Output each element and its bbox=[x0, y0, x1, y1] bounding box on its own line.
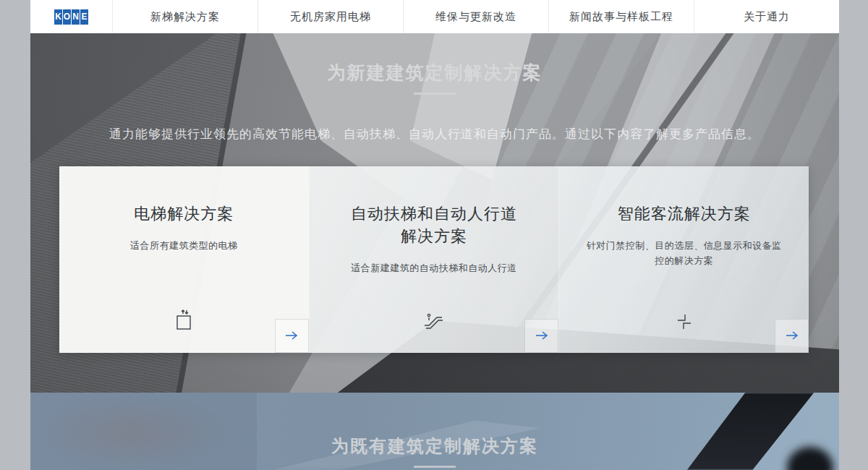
card-escalator-autowalk-solutions[interactable]: 自动扶梯和自动人行道解决方案 适合新建建筑的自动扶梯和自动人行道 bbox=[309, 166, 559, 353]
card-description: 针对门禁控制、目的选层、信息显示和设备监控的解决方案 bbox=[586, 238, 783, 268]
top-nav-bar: K O N E 新梯解决方案 无机房家用电梯 维保与更新改造 新闻故事与样板工程… bbox=[30, 0, 839, 33]
elevator-icon bbox=[173, 308, 195, 334]
nav-item-new-elevator-solutions[interactable]: 新梯解决方案 bbox=[112, 0, 258, 33]
logo-letter: K bbox=[54, 9, 62, 25]
people-flow-icon bbox=[675, 312, 694, 334]
logo-letter: E bbox=[80, 9, 88, 25]
arrow-right-icon bbox=[535, 330, 548, 343]
main-nav: 新梯解决方案 无机房家用电梯 维保与更新改造 新闻故事与样板工程 关于通力 bbox=[112, 0, 839, 33]
section-existing-buildings: 为既有建筑定制解决方案 bbox=[30, 393, 839, 470]
card-description: 适合新建建筑的自动扶梯和自动人行道 bbox=[336, 260, 532, 275]
card-arrow-button[interactable] bbox=[775, 319, 809, 353]
hero-title-divider bbox=[414, 93, 456, 95]
nav-item-maintenance-modernization[interactable]: 维保与更新改造 bbox=[403, 0, 548, 33]
logo-letter: N bbox=[72, 9, 80, 25]
card-title: 电梯解决方案 bbox=[97, 202, 271, 225]
site-container: K O N E 新梯解决方案 无机房家用电梯 维保与更新改造 新闻故事与样板工程… bbox=[30, 0, 839, 470]
card-title: 智能客流解决方案 bbox=[597, 202, 771, 225]
arrow-right-icon bbox=[285, 330, 298, 343]
card-arrow-button[interactable] bbox=[275, 319, 309, 353]
nav-item-news-reference-projects[interactable]: 新闻故事与样板工程 bbox=[548, 0, 694, 33]
card-people-flow-solutions[interactable]: 智能客流解决方案 针对门禁控制、目的选层、信息显示和设备监控的解决方案 bbox=[558, 166, 809, 353]
section2-title-divider bbox=[414, 466, 456, 468]
card-arrow-button[interactable] bbox=[524, 319, 558, 353]
card-title: 自动扶梯和自动人行道解决方案 bbox=[347, 202, 521, 247]
hero-title: 为新建建筑定制解决方案 bbox=[30, 61, 839, 85]
kone-homepage: { "colors": { "kone_blue": "#2063af", "a… bbox=[0, 0, 868, 470]
card-description: 适合所有建筑类型的电梯 bbox=[85, 238, 282, 253]
escalator-icon bbox=[422, 311, 446, 334]
section2-title: 为既有建筑定制解决方案 bbox=[30, 435, 839, 458]
hero-subtitle: 通力能够提供行业领先的高效节能电梯、自动扶梯、自动人行道和自动门产品。通过以下内… bbox=[30, 126, 839, 142]
hero-section-new-buildings: 为新建建筑定制解决方案 通力能够提供行业领先的高效节能电梯、自动扶梯、自动人行道… bbox=[30, 33, 839, 393]
logo-letter: O bbox=[63, 9, 71, 25]
kone-logo-tiles: K O N E bbox=[54, 9, 88, 25]
arrow-right-icon bbox=[786, 330, 799, 343]
solution-cards-row: 电梯解决方案 适合所有建筑类型的电梯 bbox=[59, 166, 809, 353]
card-elevator-solutions[interactable]: 电梯解决方案 适合所有建筑类型的电梯 bbox=[59, 166, 309, 353]
kone-logo[interactable]: K O N E bbox=[30, 0, 112, 33]
nav-item-machine-room-less-home-elevator[interactable]: 无机房家用电梯 bbox=[258, 0, 403, 33]
nav-item-about-kone[interactable]: 关于通力 bbox=[694, 0, 839, 33]
